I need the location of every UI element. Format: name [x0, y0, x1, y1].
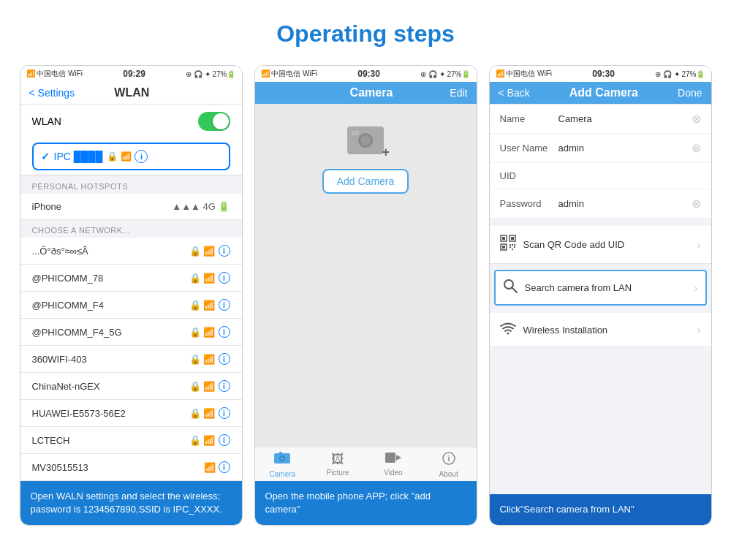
phone3-nav-bar: < Back Add Camera Done: [490, 82, 711, 105]
phone3-carrier: 📶 中国电信 WiFi: [496, 69, 553, 79]
svg-rect-17: [502, 246, 505, 249]
phone1-hotspots-header: PERSONAL HOTSPOTS: [20, 176, 242, 194]
phone1-wlan-toggle[interactable]: [198, 112, 230, 131]
tab-video-label: Video: [384, 469, 402, 477]
username-label: User Name: [500, 143, 558, 154]
svg-point-26: [507, 333, 509, 335]
about-tab-icon: i: [442, 452, 455, 469]
search-icon: [503, 279, 518, 297]
phone2-time: 09:30: [357, 69, 380, 79]
phone2-status-bar: 📶 中国电信 WiFi 09:30 ⊕ 🎧 ✦ 27%🔋: [255, 66, 477, 82]
phone3-name-row: Name Camera ⊗: [490, 105, 711, 134]
phone3-username-row: User Name admin ⊗: [490, 134, 711, 163]
svg-rect-19: [512, 244, 513, 246]
phone1: 📶 中国电信 WiFi 09:29 ⊕ 🎧 ✦ 27%🔋 < Settings …: [20, 65, 243, 526]
svg-point-24: [504, 280, 513, 289]
phone1-wlan-label: WLAN: [32, 116, 61, 127]
phone2-nav-bar: Camera Edit: [255, 82, 477, 105]
phone2-nav-title: Camera: [350, 86, 393, 99]
qr-icon: [500, 235, 516, 254]
phone1-time: 09:29: [123, 69, 145, 79]
tab-about-label: About: [439, 470, 458, 478]
network-row-8[interactable]: MV30515513 📶 i: [20, 454, 242, 481]
phone3-status-bar: 📶 中国电信 WiFi 09:30 ⊕ 🎧 ✦ 27%🔋: [490, 66, 711, 82]
svg-marker-9: [396, 455, 401, 461]
search-camera-chevron: ›: [694, 282, 698, 294]
search-camera-option[interactable]: Search camera from LAN ›: [494, 270, 707, 306]
phone2-camera-content: + Add Camera: [255, 105, 477, 447]
svg-rect-20: [510, 246, 511, 248]
phone1-nav-title: WLAN: [114, 86, 149, 99]
search-camera-label: Search camera from LAN: [525, 282, 694, 293]
name-value[interactable]: Camera: [558, 113, 692, 124]
svg-rect-3: [352, 131, 359, 135]
phone1-nav-back[interactable]: < Settings: [29, 87, 75, 99]
camera-tab-icon: [274, 452, 290, 469]
network-row-5[interactable]: ChinaNet-nGEX 🔒 📶 i: [20, 373, 242, 400]
username-clear-icon[interactable]: ⊗: [692, 141, 701, 155]
phone1-nav-bar: < Settings WLAN: [20, 82, 242, 105]
wireless-chevron: ›: [697, 324, 701, 336]
plus-icon: +: [382, 145, 390, 160]
add-camera-label: Add Camera: [337, 175, 395, 187]
picture-tab-icon: 🖼: [331, 452, 344, 467]
scan-qr-chevron: ›: [697, 239, 701, 251]
phone3-done-button[interactable]: Done: [678, 87, 702, 99]
svg-line-25: [512, 288, 517, 292]
network-row-4[interactable]: 360WIFI-403 🔒 📶 i: [20, 346, 242, 373]
phone1-connected-network[interactable]: ✓ IPC ████ 🔒 📶 i: [32, 143, 230, 170]
add-camera-button[interactable]: Add Camera: [322, 169, 409, 194]
phone2-edit-button[interactable]: Edit: [450, 87, 467, 99]
wireless-label: Wireless Installation: [523, 325, 697, 336]
wifi-icon: 📶: [121, 151, 132, 162]
phone1-network-name: IPC ████: [54, 151, 103, 162]
password-value[interactable]: admin: [558, 198, 692, 209]
network-row-7[interactable]: LCTECH 🔒 📶 i: [20, 427, 242, 454]
phone1-caption: Open WALN settings and select the wirele…: [20, 481, 242, 525]
network-row-2[interactable]: @PHICOMM_F4 🔒 📶 i: [20, 292, 242, 319]
wireless-option[interactable]: Wireless Installation ›: [490, 313, 711, 347]
name-clear-icon[interactable]: ⊗: [692, 112, 701, 126]
phone1-carrier: 📶 中国电信 WiFi: [26, 69, 83, 79]
phone1-network-icons: 🔒 📶 i: [107, 150, 148, 163]
network-row-6[interactable]: HUAWEI-E5573-56E2 🔒 📶 i: [20, 400, 242, 427]
svg-rect-15: [511, 237, 514, 240]
phone1-content: WLAN ✓ IPC ████ 🔒 📶 i: [20, 105, 242, 481]
tab-picture-label: Picture: [327, 469, 349, 477]
tab-about[interactable]: i About: [421, 452, 477, 478]
svg-rect-22: [514, 246, 515, 248]
scan-qr-label: Scan QR Code add UID: [523, 239, 697, 250]
tab-picture[interactable]: 🖼 Picture: [310, 452, 366, 478]
password-clear-icon[interactable]: ⊗: [692, 197, 701, 211]
phone3-time: 09:30: [592, 69, 615, 79]
phone3-caption: Click"Search camera from LAN": [490, 494, 711, 525]
phone3-back-button[interactable]: < Back: [499, 87, 530, 99]
tab-video[interactable]: Video: [366, 452, 421, 478]
network-row-0[interactable]: ...Ô°ðs°≈∞≤Â 🔒 📶 i: [20, 238, 242, 265]
phone1-icons: ⊕ 🎧 ✦ 27%🔋: [186, 70, 235, 78]
phone3-nav-title: Add Camera: [569, 86, 638, 99]
svg-point-2: [360, 135, 371, 145]
page-title: Operating steps: [0, 0, 731, 65]
phone3: 📶 中国电信 WiFi 09:30 ⊕ 🎧 ✦ 27%🔋 < Back Add …: [489, 65, 712, 526]
info-icon[interactable]: i: [135, 150, 148, 163]
phone1-connected-row: ✓ IPC ████ 🔒 📶 i: [20, 138, 242, 175]
svg-rect-13: [502, 237, 505, 240]
phone2-add-camera-area: + Add Camera: [322, 126, 409, 194]
tab-camera[interactable]: Camera: [255, 452, 311, 478]
checkmark-icon: ✓: [41, 151, 50, 162]
svg-rect-21: [512, 249, 513, 250]
network-row-3[interactable]: @PHICOMM_F4_5G 🔒 📶 i: [20, 319, 242, 346]
uid-label: UID: [500, 170, 558, 181]
phone1-iphone-row[interactable]: iPhone ▲▲▲ 4G 🔋: [20, 194, 242, 220]
phone1-wlan-toggle-row[interactable]: WLAN: [20, 105, 242, 138]
username-value[interactable]: admin: [558, 143, 692, 154]
phone3-password-row: Password admin ⊗: [490, 189, 711, 219]
svg-rect-7: [279, 452, 282, 454]
scan-qr-option[interactable]: Scan QR Code add UID ›: [490, 226, 711, 264]
network-row-1[interactable]: @PHICOMM_78 🔒 📶 i: [20, 265, 242, 292]
svg-rect-23: [514, 244, 515, 246]
video-tab-icon: [385, 452, 401, 467]
phone2-carrier: 📶 中国电信 WiFi: [261, 69, 318, 79]
name-label: Name: [500, 113, 558, 124]
